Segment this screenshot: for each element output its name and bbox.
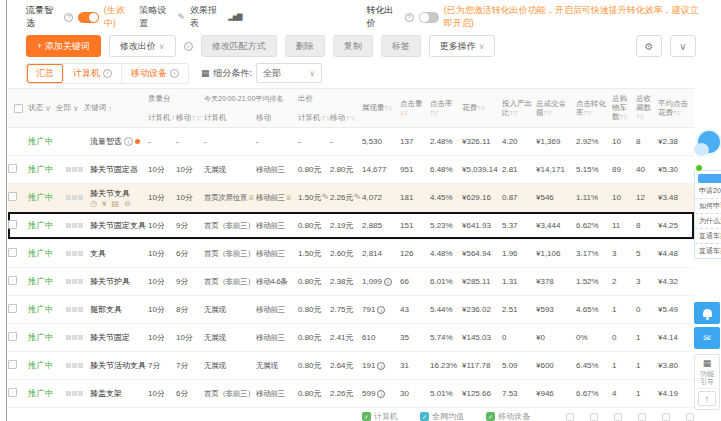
row-checkbox[interactable]: [8, 192, 17, 201]
copy-button[interactable]: 复制: [333, 35, 373, 57]
keyword-name[interactable]: 膝关节护具: [90, 276, 130, 287]
keyword-name-cell[interactable]: 流量智选i: [90, 136, 148, 147]
bid-mobile-cell[interactable]: -: [330, 137, 362, 146]
keyword-name-cell[interactable]: 膝盖支架: [90, 388, 148, 399]
help-link[interactable]: 直通车推广计划?: [695, 244, 721, 258]
column-sort-4[interactable]: 花费↑▽: [462, 89, 502, 127]
column-sort-5[interactable]: 投入产出比↑▽: [502, 89, 536, 127]
bid-mobile-cell[interactable]: 2.41元: [330, 332, 362, 343]
quality-mobile-sort[interactable]: 移动↑▽: [176, 108, 204, 127]
tab-pc[interactable]: 计算机i: [64, 64, 122, 83]
keyword-name-cell[interactable]: 支具: [90, 248, 148, 259]
bid-pc-cell[interactable]: 0.80元: [298, 388, 330, 399]
select-all-checkbox[interactable]: [14, 104, 23, 113]
bid-mobile-cell[interactable]: 2.26元: [330, 388, 362, 399]
keyword-column-sort[interactable]: 关键词↑: [84, 103, 112, 113]
modify-match-button[interactable]: 修改匹配方式: [201, 35, 277, 57]
bid-mobile-cell[interactable]: 2.26元✎: [330, 192, 362, 203]
bid-mobile-sort[interactable]: 移动↑▽: [330, 108, 362, 127]
bid-mobile-cell[interactable]: 2.60元: [330, 248, 362, 259]
bid-pc-cell[interactable]: 1.50元: [298, 248, 330, 259]
gear-icon[interactable]: ⚙: [636, 35, 662, 57]
scope-filter-dropdown[interactable]: 全部∨: [56, 103, 79, 113]
back-to-top-button[interactable]: ↑: [698, 391, 716, 406]
bid-pc-cell[interactable]: 0.80元: [298, 220, 330, 231]
row-checkbox[interactable]: [8, 304, 17, 313]
edit-bid-icon[interactable]: ✎: [354, 192, 362, 202]
keyword-name[interactable]: 膝关节固定器: [90, 164, 138, 175]
report-link[interactable]: 效果报表: [190, 4, 223, 30]
bid-pc-cell[interactable]: 1.50元✎: [298, 192, 330, 203]
bid-pc-cell[interactable]: 0.80元: [298, 332, 330, 343]
more-actions-button[interactable]: 更多操作∨: [429, 35, 496, 57]
edit-bid-icon[interactable]: ✎: [322, 192, 330, 202]
row-checkbox[interactable]: [8, 248, 17, 257]
row-checkbox[interactable]: [8, 276, 17, 285]
notification-bell-button[interactable]: [694, 302, 720, 324]
keyword-name[interactable]: 膝盖支架: [90, 388, 122, 399]
bid-mobile-cell[interactable]: 2.64元: [330, 360, 362, 371]
add-keyword-button[interactable]: + 添加关键词: [26, 35, 101, 57]
smart-traffic-toggle[interactable]: [78, 12, 98, 23]
help-link[interactable]: 申请20: [695, 184, 721, 199]
bid-pc-cell[interactable]: -: [298, 137, 330, 146]
chat-button[interactable]: ✉: [694, 327, 720, 349]
clock-icon[interactable]: ◷: [90, 200, 97, 208]
rank-detail-icon[interactable]: ≣: [286, 194, 292, 201]
bid-mobile-cell[interactable]: 2.75元: [330, 304, 362, 315]
keyword-name[interactable]: 膝关节活动支具: [90, 360, 146, 371]
bid-pc-cell[interactable]: 0.80元: [298, 304, 330, 315]
column-sort-9[interactable]: 总收藏数↑▽: [636, 89, 658, 127]
bid-mobile-cell[interactable]: 2.38元: [330, 276, 362, 287]
bid-pc-sort[interactable]: 计算机↑▽: [298, 108, 330, 127]
row-checkbox[interactable]: [8, 220, 17, 229]
keyword-name[interactable]: 膝关节固定: [90, 332, 130, 343]
keyword-name-cell[interactable]: 膝关节固定: [90, 332, 148, 343]
column-sort-1[interactable]: 展现量↑▽: [362, 89, 400, 127]
collapse-chevron-icon[interactable]: ∨: [670, 35, 696, 57]
keyword-name[interactable]: 膝关节支具: [90, 188, 130, 199]
keyword-name-cell[interactable]: 膝关节支具◷¥▤⊖: [90, 188, 148, 208]
tab-summary[interactable]: 汇总: [27, 64, 64, 83]
help-link[interactable]: 直通车推广: [695, 229, 721, 244]
row-checkbox[interactable]: [8, 332, 17, 341]
tab-mobile[interactable]: 移动设备i: [122, 64, 188, 83]
strategy-settings-link[interactable]: 策略设置: [139, 4, 172, 30]
column-sort-10[interactable]: 平均点击花费↑▽: [658, 89, 692, 127]
column-sort-6[interactable]: 总成交金额↑▽: [536, 89, 576, 127]
bid-mobile-cell[interactable]: 2.80元: [330, 164, 362, 175]
remove-icon[interactable]: ⊖: [124, 200, 131, 208]
keyword-name-cell[interactable]: 膝关节固定器: [90, 164, 148, 175]
keyword-name-cell[interactable]: 膝关节护具: [90, 276, 148, 287]
keyword-name[interactable]: 腿部支具: [90, 304, 122, 315]
bid-mobile-cell[interactable]: 2.19元: [330, 220, 362, 231]
keyword-name-cell[interactable]: 膝关节固定支具: [90, 220, 148, 231]
bid-icon[interactable]: ¥: [102, 200, 106, 208]
column-sort-7[interactable]: 点击转化率↑▽: [576, 89, 612, 127]
delete-button[interactable]: 删除: [285, 35, 325, 57]
column-sort-2[interactable]: 点击量↓▽: [400, 89, 430, 127]
column-sort-3[interactable]: 点击率↑▽: [430, 89, 462, 127]
modify-bid-button[interactable]: 修改出价∨: [109, 35, 176, 57]
chart-icon[interactable]: ▤: [111, 200, 119, 208]
row-checkbox[interactable]: [8, 388, 17, 397]
tag-button[interactable]: 标签: [381, 35, 421, 57]
row-checkbox[interactable]: [8, 360, 17, 369]
keyword-name[interactable]: 流量智选: [90, 136, 122, 147]
help-link[interactable]: 为什么过日期: [695, 214, 721, 229]
bid-pc-cell[interactable]: 0.80元: [298, 276, 330, 287]
column-sort-8[interactable]: 总购物车数↑▽: [612, 89, 636, 127]
assistant-mascot[interactable]: [694, 127, 721, 171]
quality-pc-sort[interactable]: 计算机↑▽: [148, 108, 176, 127]
keyword-name-cell[interactable]: 腿部支具: [90, 304, 148, 315]
keyword-name[interactable]: 膝关节固定支具: [90, 220, 146, 231]
filter-select[interactable]: 全部∨: [256, 63, 322, 83]
bid-pc-cell[interactable]: 0.80元: [298, 360, 330, 371]
help-link[interactable]: 如何申请图片功能: [695, 199, 721, 214]
conversion-bid-toggle[interactable]: [419, 12, 439, 23]
keyword-name-cell[interactable]: 膝关节活动支具: [90, 360, 148, 371]
row-checkbox[interactable]: [8, 164, 17, 173]
status-filter-dropdown[interactable]: 状态∨: [28, 103, 51, 113]
rank-detail-icon[interactable]: ≣: [248, 194, 254, 201]
bid-pc-cell[interactable]: 0.80元: [298, 164, 330, 175]
